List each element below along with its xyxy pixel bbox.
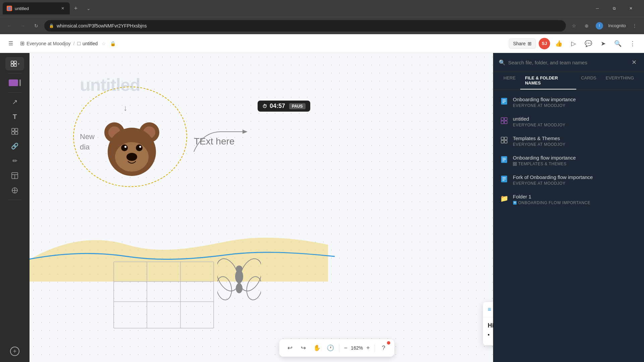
tool-table[interactable] xyxy=(5,169,24,182)
tool-pen[interactable]: ✏ xyxy=(5,154,24,168)
redo-button[interactable]: ↪ xyxy=(298,342,310,354)
tool-frames[interactable]: ▾ xyxy=(5,57,24,70)
present-button[interactable]: ▷ xyxy=(568,38,580,50)
like-button[interactable]: 👍 xyxy=(553,38,565,50)
tab-bar: 🌀 untitled ✕ + ⌄ ─ ⧉ ✕ xyxy=(0,0,644,17)
result-item[interactable]: Onboarding flow importance EVERYONE AT M… xyxy=(493,93,644,112)
browser-chrome: 🌀 untitled ✕ + ⌄ ─ ⧉ ✕ ← → ↻ 🔒 whimsical… xyxy=(0,0,644,34)
help-button[interactable]: ? xyxy=(377,342,389,354)
pause-button[interactable]: PAUS xyxy=(289,103,305,109)
close-icon: ✕ xyxy=(632,59,637,66)
result-item[interactable]: 📁 Folder 1 Onboarding flow importance xyxy=(493,190,644,209)
file-lock-icon: 🔒 xyxy=(110,41,116,46)
hamburger-menu-button[interactable]: ☰ xyxy=(5,38,16,49)
table-icon xyxy=(11,172,18,179)
tab-everything[interactable]: EVERYTHING xyxy=(601,72,639,89)
result-text: Folder 1 Onboarding flow importance xyxy=(513,194,637,205)
tab-close-button[interactable]: ✕ xyxy=(60,5,66,11)
svg-point-27 xyxy=(217,276,233,301)
arrow-icon: ↗ xyxy=(12,98,18,106)
frames-icon xyxy=(10,60,17,67)
notification-dot xyxy=(387,341,390,345)
forward-button[interactable]: → xyxy=(17,20,28,31)
hamburger-icon: ☰ xyxy=(8,40,13,47)
result-text: Onboarding flow importance EVERYONE AT M… xyxy=(513,97,637,108)
tool-link[interactable]: 🔗 xyxy=(5,139,24,153)
toolbar-divider-2 xyxy=(374,344,375,352)
color-preview[interactable] xyxy=(5,76,24,89)
new-tab-button[interactable]: + xyxy=(71,4,80,13)
search-input[interactable] xyxy=(508,60,626,65)
help-icon: ? xyxy=(382,345,385,352)
minimize-button[interactable]: ─ xyxy=(590,2,605,14)
svg-rect-5 xyxy=(15,128,18,131)
tab-cards[interactable]: CARDS xyxy=(576,72,601,89)
main-area: ▾ ↗ T 🔗 ✏ xyxy=(0,53,644,362)
incognito-label: Incognito xyxy=(607,23,627,28)
share-button[interactable]: Share ⊞ xyxy=(509,39,536,49)
sidebar-bottom: + xyxy=(5,345,24,358)
workspace-breadcrumb[interactable]: ⊞ Everyone at Moodjoy xyxy=(20,40,71,47)
tab-here[interactable]: HERE xyxy=(499,72,520,89)
more-options-button[interactable]: ⋮ xyxy=(627,38,639,50)
result-name: Onboarding flow importance xyxy=(513,155,637,161)
comment-button[interactable]: 💬 xyxy=(582,38,594,50)
result-item[interactable]: Fork of Onboarding flow importance EVERY… xyxy=(493,170,644,190)
svg-rect-55 xyxy=(515,162,517,164)
bookmark-button[interactable]: ☆ xyxy=(569,20,579,31)
sub-grid-icon xyxy=(513,162,517,166)
file-name: untitled xyxy=(83,41,98,46)
send-button[interactable]: ➤ xyxy=(597,38,609,50)
result-item[interactable]: Templates & Themes EVERYONE AT MOODJOY xyxy=(493,131,644,151)
search-close-button[interactable]: ✕ xyxy=(629,58,639,67)
search-button[interactable]: 🔍 xyxy=(612,38,624,50)
result-name: Templates & Themes xyxy=(513,135,637,141)
result-text: untitled EVERYONE AT MOODJOY xyxy=(513,116,637,127)
svg-point-29 xyxy=(245,276,261,301)
reload-button[interactable]: ↻ xyxy=(31,20,42,31)
pan-button[interactable]: ✋ xyxy=(311,342,323,354)
sidebar-divider-2 xyxy=(8,92,21,93)
tab-collapse-button[interactable]: ⌄ xyxy=(83,3,94,14)
history-icon: 🕐 xyxy=(327,344,334,352)
zoom-in-button[interactable]: + xyxy=(364,344,372,352)
result-item[interactable]: Onboarding flow importance Templates & T… xyxy=(493,151,644,170)
result-item[interactable]: untitled EVERYONE AT MOODJOY xyxy=(493,112,644,131)
svg-rect-33 xyxy=(114,262,214,328)
zoom-out-button[interactable]: − xyxy=(342,344,350,352)
result-grid-icon xyxy=(500,136,508,144)
tool-select[interactable]: ↗ xyxy=(5,95,24,109)
timer-icon: ⏱ xyxy=(262,104,267,109)
text-icon: T xyxy=(13,113,17,121)
pan-icon: ✋ xyxy=(313,344,321,352)
doc-preview-icon: ≡ xyxy=(488,306,491,313)
favorite-button[interactable]: ☆ xyxy=(102,41,106,46)
tool-add[interactable]: + xyxy=(5,345,24,358)
tool-shapes[interactable] xyxy=(5,125,24,138)
maximize-button[interactable]: ⧉ xyxy=(606,2,622,14)
breadcrumb-separator: / xyxy=(73,41,75,46)
avatar[interactable]: SJ xyxy=(539,38,550,49)
active-tab[interactable]: 🌀 untitled ✕ xyxy=(3,2,70,14)
breadcrumb: ⊞ Everyone at Moodjoy / □ untitled ☆ 🔒 xyxy=(20,40,116,47)
comment-icon: 💬 xyxy=(585,40,592,47)
send-icon: ➤ xyxy=(601,40,606,47)
close-window-button[interactable]: ✕ xyxy=(623,2,639,14)
zoom-level: 162% xyxy=(351,345,363,351)
result-board-icon xyxy=(500,117,508,125)
profile-button[interactable]: I xyxy=(594,20,605,31)
extensions-button[interactable]: ⊕ xyxy=(581,20,592,31)
browser-menu-button[interactable]: ⋮ xyxy=(629,20,640,31)
tab-file-folder[interactable]: FILE & FOLDER NAMES xyxy=(520,72,576,89)
timer-badge: ⏱ 04:57 PAUS xyxy=(258,101,310,112)
file-breadcrumb[interactable]: □ untitled xyxy=(77,41,98,47)
undo-button[interactable]: ↩ xyxy=(284,342,296,354)
history-button[interactable]: 🕐 xyxy=(324,342,336,354)
svg-rect-4 xyxy=(12,128,14,131)
tool-media[interactable] xyxy=(5,184,24,197)
workspace-name: Everyone at Moodjoy xyxy=(26,41,71,46)
tool-text[interactable]: T xyxy=(5,110,24,123)
url-bar[interactable]: 🔒 whimsical.com/P3f5owNMFvr2YFPHxsbjns xyxy=(44,20,566,32)
result-name: untitled xyxy=(513,116,637,122)
back-button[interactable]: ← xyxy=(4,20,15,31)
